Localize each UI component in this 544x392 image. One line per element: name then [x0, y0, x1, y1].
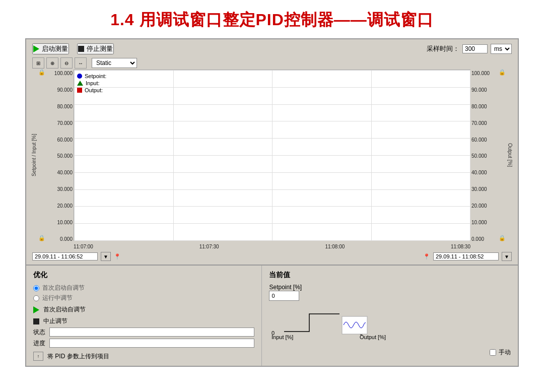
y-val-10: 10.000 [46, 220, 73, 225]
optimization-title: 优化 [33, 271, 254, 280]
zoom-out-button[interactable]: ⊖ [60, 57, 73, 69]
grid-v-25 [173, 70, 174, 240]
manual-label: 手动 [499, 348, 511, 357]
setpoint-label: Setpoint [%] [269, 284, 511, 291]
toolbar-row1: 启动测量 停止测量 采样时间： ms [28, 41, 516, 56]
date-left-nav-icon[interactable]: 📍 [114, 253, 121, 260]
radio-first-start[interactable] [33, 285, 39, 291]
right-lock-bottom-icon[interactable]: 🔒 [499, 235, 506, 241]
current-values-panel: 当前值 Setpoint [%] 0 Input [%] Output [%] … [262, 266, 518, 366]
page-title: 1.4 用调试窗口整定PID控制器——调试窗口 [0, 0, 544, 38]
ry-val-10: 10.000 [471, 220, 498, 225]
date-right-input[interactable] [433, 252, 499, 260]
legend-setpoint-label: Setpoint: [85, 73, 106, 79]
time-labels: 11:07:00 11:07:30 11:08:00 11:08:30 [74, 244, 470, 249]
status-value-input[interactable] [49, 328, 254, 337]
progress-label: 进度 [33, 339, 45, 348]
chart-mode-select[interactable]: Static Dynamic [92, 58, 137, 68]
upload-label[interactable]: 将 PID 参数上传到项目 [47, 352, 109, 361]
ry-val-0: 0.000 [471, 236, 498, 242]
sampling-area: 采样时间： ms [427, 44, 512, 54]
left-lock-top-icon[interactable]: 🔒 [38, 70, 45, 75]
y-val-0: 0.000 [46, 236, 73, 242]
time-label-2: 11:08:00 [325, 244, 345, 249]
sampling-label-text: 采样时间： [427, 44, 459, 53]
radio-first-start-row: 首次启动自调节 [33, 284, 254, 292]
start-auto-btn-label[interactable]: 首次启动自调节 [43, 305, 86, 314]
right-axis-values: 100.000 90.000 80.000 70.000 60.000 50.0… [471, 71, 498, 242]
ry-val-20: 20.000 [471, 203, 498, 209]
y-val-60: 60.000 [46, 137, 73, 143]
manual-checkbox[interactable] [490, 349, 496, 356]
diagram-input-val: 0 [271, 330, 275, 336]
chart-plot: Setpoint: Input: Output: [74, 70, 470, 241]
y-val-30: 30.000 [46, 186, 73, 192]
pid-diagram-svg: Input [%] Output [%] 0 0 [269, 304, 410, 344]
y-val-70: 70.000 [46, 120, 73, 126]
legend-output-label: Output: [85, 87, 103, 93]
stop-auto-btn-label[interactable]: 中止调节 [43, 317, 67, 325]
y-val-90: 90.000 [46, 87, 73, 93]
ry-val-100: 100.000 [471, 71, 498, 76]
chart-wrapper: Setpoint / Input [%] 🔒 🔒 100.000 90.000 … [28, 70, 516, 243]
stop-measurement-button[interactable]: 停止测量 [77, 43, 114, 54]
radio-running-label: 运行中调节 [42, 294, 73, 302]
main-panel: 启动测量 停止测量 采样时间： ms ⊞ ⊕ ⊖ ↔ Static Dynami… [25, 38, 519, 266]
time-axis-row: 11:07:00 11:07:30 11:08:00 11:08:30 [28, 243, 516, 250]
start-auto-row: 首次启动自调节 [33, 305, 254, 314]
legend-input-label: Input: [86, 80, 100, 86]
current-values-title: 当前值 [269, 271, 511, 280]
time-label-0: 11:07:00 [74, 244, 93, 249]
grid-v-75 [371, 70, 372, 240]
date-right-dropdown-btn[interactable]: ▼ [502, 252, 512, 261]
ry-val-80: 80.000 [471, 104, 498, 109]
legend-input: Input: [77, 80, 106, 86]
left-axis-label: Setpoint / Input [%] [30, 70, 38, 241]
stop-auto-row: 中止调节 [33, 317, 254, 325]
sampling-value-input[interactable] [462, 44, 488, 53]
radio-running-row: 运行中调节 [33, 294, 254, 302]
title-text: 用调试窗口整定PID控制器——调试窗口 [140, 11, 434, 29]
start-auto-play-icon [33, 306, 39, 313]
y-val-100: 100.000 [46, 71, 73, 76]
right-axis-label: Output [%] [506, 70, 514, 241]
play-icon [33, 45, 39, 52]
ry-val-30: 30.000 [471, 186, 498, 192]
date-range-row: ▼ 📍 📍 ▼ [28, 250, 516, 263]
ry-val-50: 50.000 [471, 153, 498, 159]
y-val-50: 50.000 [46, 153, 73, 159]
sampling-unit-select[interactable]: ms [491, 44, 512, 54]
right-lock-top-icon[interactable]: 🔒 [499, 70, 506, 75]
diagram-output-label: Output [%] [360, 334, 386, 340]
upload-row: ↑ 将 PID 参数上传到项目 [33, 352, 254, 361]
grid-v-50 [272, 70, 273, 240]
diagram-input-label: Input [%] [271, 334, 293, 340]
ry-val-40: 40.000 [471, 170, 498, 175]
zoom-in-button[interactable]: ⊕ [46, 57, 58, 69]
y-val-80: 80.000 [46, 104, 73, 109]
manual-row: 手动 [269, 348, 511, 357]
setpoint-value: 0 [271, 293, 275, 299]
mini-diagram: Input [%] Output [%] 0 0 [269, 304, 511, 346]
upload-icon[interactable]: ↑ [33, 352, 43, 361]
stop-icon [78, 46, 84, 52]
right-axis-area: 100.000 90.000 80.000 70.000 60.000 50.0… [470, 70, 514, 241]
setpoint-value-box: 0 [269, 291, 299, 301]
setpoint-dot-icon [77, 74, 82, 79]
start-btn-label: 启动测量 [42, 44, 68, 53]
stop-auto-stop-icon [33, 318, 39, 324]
radio-running[interactable] [33, 295, 39, 301]
grid-v-100 [470, 70, 470, 240]
left-axis-area: Setpoint / Input [%] 🔒 🔒 100.000 90.000 … [30, 70, 74, 241]
grid-v-0 [74, 70, 75, 240]
date-right-nav-icon[interactable]: 📍 [423, 253, 430, 260]
left-lock-bottom-icon[interactable]: 🔒 [38, 235, 45, 241]
start-measurement-button[interactable]: 启动测量 [32, 43, 69, 54]
scroll-button[interactable]: ↔ [75, 57, 87, 69]
date-left-input[interactable] [32, 252, 98, 260]
date-left-dropdown-btn[interactable]: ▼ [101, 252, 111, 261]
zoom-fit-button[interactable]: ⊞ [32, 57, 44, 69]
input-triangle-icon [77, 81, 83, 86]
title-prefix: 1.4 [110, 11, 139, 29]
stop-btn-label: 停止测量 [87, 44, 113, 53]
